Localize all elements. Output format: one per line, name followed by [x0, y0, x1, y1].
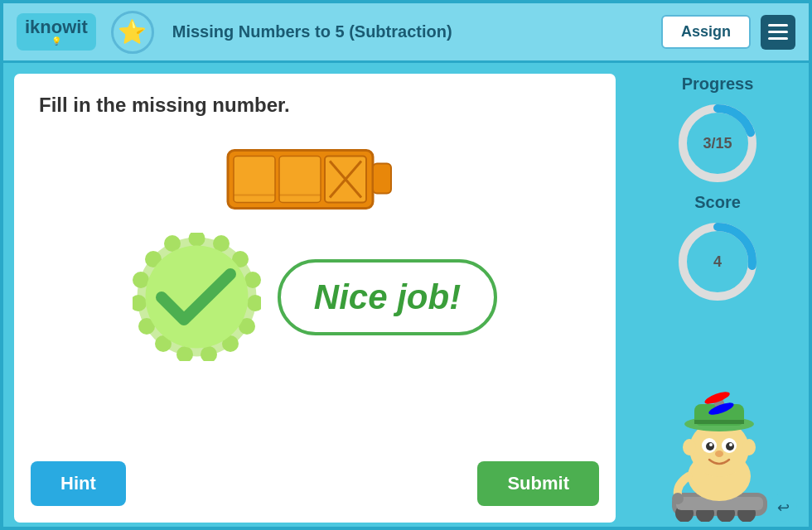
- sidebar: Progress 3/15 Score 4: [626, 63, 809, 530]
- header-right: Assign: [661, 15, 795, 50]
- mascot-illustration: [660, 389, 776, 522]
- mascot-area: [660, 389, 776, 522]
- menu-line-1: [768, 24, 788, 26]
- back-icon: ↩: [777, 499, 790, 517]
- logo-area: iknowit 💡 ⭐ Missing Numbers to 5 (Subtra…: [17, 11, 452, 54]
- battery-area: [39, 133, 591, 216]
- star-badge: ⭐: [111, 11, 154, 54]
- menu-line-3: [768, 37, 788, 40]
- logo-box: iknowit 💡: [17, 13, 96, 51]
- instruction-text: Fill in the missing number.: [39, 94, 591, 117]
- header: iknowit 💡 ⭐ Missing Numbers to 5 (Subtra…: [3, 3, 809, 63]
- lesson-title: Missing Numbers to 5 (Subtraction): [172, 22, 452, 41]
- svg-point-48: [729, 443, 732, 446]
- logo-text: iknowit: [25, 18, 88, 36]
- score-value: 4: [713, 253, 722, 271]
- bottom-buttons: Hint Submit: [31, 461, 599, 506]
- logo-icon: 💡: [51, 36, 61, 46]
- assign-button[interactable]: Assign: [661, 15, 751, 49]
- star-icon: ⭐: [118, 18, 147, 46]
- svg-point-51: [742, 439, 756, 455]
- menu-line-2: [768, 31, 788, 33]
- svg-point-47: [709, 443, 713, 446]
- svg-point-52: [672, 493, 684, 504]
- checkmark-badge: [133, 233, 261, 361]
- progress-label: Progress: [682, 75, 754, 94]
- nicejob-text: Nice job!: [278, 259, 497, 335]
- score-circle: 4: [676, 220, 759, 303]
- main-area: Fill in the missing number.: [3, 63, 809, 530]
- score-label: Score: [694, 193, 741, 212]
- hint-button[interactable]: Hint: [31, 461, 126, 506]
- svg-rect-53: [694, 420, 744, 424]
- progress-circle: 3/15: [676, 102, 759, 185]
- svg-point-50: [683, 439, 696, 455]
- menu-button[interactable]: [761, 15, 795, 50]
- submit-button[interactable]: Submit: [477, 461, 599, 506]
- svg-rect-1: [373, 164, 391, 194]
- nicejob-area: Nice job!: [39, 233, 591, 361]
- progress-value: 3/15: [703, 135, 732, 152]
- svg-point-49: [715, 450, 723, 457]
- battery-illustration: [224, 133, 406, 216]
- back-arrow-button[interactable]: ↩: [769, 494, 797, 522]
- content-panel: Fill in the missing number.: [12, 71, 618, 525]
